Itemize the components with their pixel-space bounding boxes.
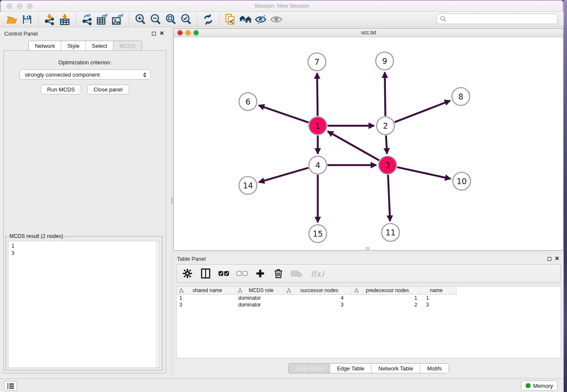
graph-edge-2-3[interactable] [386,135,387,154]
graph-node-label: 1 [315,121,320,130]
table-panel-close-icon[interactable]: ✕ [555,255,559,262]
toolbar-separator [76,13,76,26]
network-canvas[interactable]: 7968124314101511 [174,37,563,250]
graph-node-label: 14 [243,181,253,190]
clone-network-icon[interactable] [224,14,237,25]
table-cell[interactable]: dominator [236,295,284,301]
table-cell[interactable]: 3 [284,301,352,308]
node-table[interactable]: shared nameMCDS rolesuccessor nodesprede… [176,286,561,358]
table-cell[interactable]: 3 [177,301,236,308]
optimization-criterion-dropdown[interactable]: strongly connected component [19,69,151,80]
tab-style[interactable]: Style [61,41,86,50]
search-field[interactable] [437,14,558,24]
table-row[interactable]: 3dominator323 [177,301,561,308]
home-icon[interactable] [239,14,252,25]
graph-edge-3-1[interactable] [328,131,379,160]
memory-button[interactable]: Memory [521,381,558,391]
zoom-in-icon[interactable] [134,14,146,25]
tab-mcds[interactable]: MCDS [113,41,141,50]
table-cell[interactable]: 1 [352,295,421,301]
splitter-grip[interactable] [171,197,173,204]
control-panel-tabs: NetworkStyleSelectMCDS [0,41,171,51]
tab-node-table[interactable]: Node Table [289,364,330,373]
zoom-selected-icon[interactable] [179,14,192,25]
table-row[interactable]: 1dominator411 [177,295,561,301]
mcds-result-list[interactable]: 13 [8,241,160,368]
search-input[interactable] [446,15,557,23]
column-header-predecessor-nodes[interactable]: predecessor nodes [352,287,421,295]
graph-node-label: 15 [313,229,323,238]
network-window-title: scc.txt [174,30,563,36]
hide-panel-eye-icon[interactable] [255,14,267,25]
vertical-splitter[interactable] [171,27,173,378]
column-panel-icon[interactable] [200,268,211,279]
tab-motifs[interactable]: Motifs [420,364,449,373]
column-header-shared-name[interactable]: shared name [177,287,236,295]
status-bar: Memory [0,378,564,392]
refresh-icon[interactable] [202,14,215,25]
network-window-titlebar: ✕ − + scc.txt [174,29,563,37]
table-cell[interactable]: 1 [177,295,236,301]
function-builder-icon[interactable]: f(x) [309,268,325,279]
graph-edge-3-11[interactable] [388,175,390,221]
dropdown-value: strongly connected component [25,72,100,78]
horizontal-splitter[interactable] [173,251,564,254]
main-toolbar [0,12,564,27]
zoom-fit-icon[interactable] [164,14,177,25]
zoom-out-icon[interactable] [149,14,162,25]
table-cell[interactable]: dominator [236,301,284,308]
tab-network-table[interactable]: Network Table [372,364,420,373]
save-session-icon[interactable] [21,14,33,25]
memory-status-icon [526,383,531,388]
column-header-MCDS-role[interactable]: MCDS role [236,287,284,295]
graph-edge-3-10[interactable] [397,167,450,179]
tab-edge-table[interactable]: Edge Table [330,364,372,373]
result-scrollbar[interactable] [156,241,160,367]
canvas-splitter-grip[interactable] [366,247,369,250]
tab-network[interactable]: Network [29,41,61,50]
table-panel-float-icon[interactable] [548,257,551,261]
graph-edge-4-14[interactable] [259,168,308,182]
import-table-icon[interactable] [58,14,71,25]
graph-node-label: 3 [385,160,390,170]
mcds-panel: Optimization criterion: strongly connect… [3,50,166,373]
dropdown-stepper-icon [142,72,147,78]
table-cell[interactable]: 2 [352,301,421,308]
unselect-all-columns-icon[interactable] [237,268,248,279]
open-session-icon[interactable] [6,14,18,25]
export-network-icon[interactable] [81,14,94,25]
tab-select[interactable]: Select [86,41,113,50]
column-header-successor-nodes[interactable]: successor nodes [284,287,352,295]
close-panel-button[interactable]: Close panel [87,85,129,94]
run-mcds-button[interactable]: Run MCDS [41,85,81,94]
graph-node-label: 4 [315,160,320,170]
result-line: 1 [11,243,160,250]
graph-edge-1-6[interactable] [259,105,309,123]
delete-table-icon[interactable] [291,268,302,279]
export-table-icon[interactable] [96,14,109,25]
graph-edge-2-9[interactable] [385,72,385,116]
graph-node-label: 10 [457,177,467,186]
control-panel-title: Control Panel [4,30,38,37]
table-cell[interactable]: 1 [421,295,457,301]
settings-gear-icon[interactable] [182,268,193,279]
delete-column-icon[interactable] [273,268,284,279]
select-all-columns-icon[interactable] [218,268,229,279]
import-network-icon[interactable] [43,14,56,25]
toolbar-separator [219,13,220,26]
task-history-button[interactable] [4,381,17,391]
graph-edge-1-7[interactable] [317,73,317,116]
mcds-result-box: MCDS result (2 nodes) 13 [6,236,162,370]
toolbar-separator [38,13,39,26]
control-panel-float-icon[interactable] [152,32,156,36]
column-header-name[interactable]: name [421,287,457,295]
control-panel-close-icon[interactable]: ✕ [160,30,164,36]
show-panel-eye-icon[interactable] [270,14,283,25]
add-column-icon[interactable] [255,268,266,279]
graph-edge-2-8[interactable] [394,101,450,122]
search-icon [440,16,446,22]
export-image-icon[interactable] [111,14,124,25]
table-cell[interactable]: 3 [421,301,457,308]
table-cell[interactable]: 4 [284,295,352,301]
graph-node-label: 11 [385,228,396,237]
